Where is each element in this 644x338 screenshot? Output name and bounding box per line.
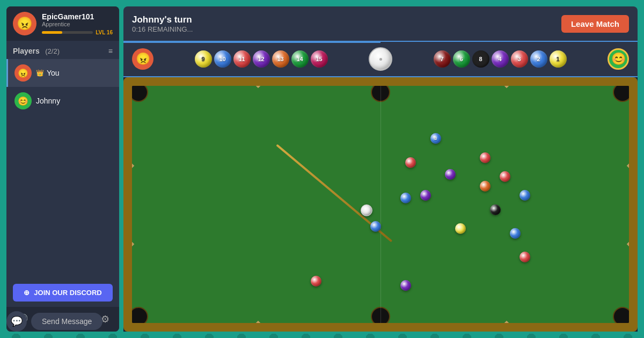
- tray-avatar-right: 😊: [608, 48, 629, 70]
- pocket-bottom-left: [129, 307, 148, 326]
- user-header: 😠 EpicGamer101 Apprentice LVL 16: [6, 6, 119, 41]
- felt: 8: [132, 86, 629, 323]
- send-message-area: 💬 Send Message: [6, 311, 103, 332]
- ball-11: 11: [233, 50, 251, 68]
- player-name-johnny: Johnny: [36, 97, 60, 105]
- user-rank: Apprentice: [42, 21, 113, 27]
- tray-balls-stripes: 9 10 11 12 13 14 15: [195, 50, 328, 68]
- turn-name: Johnny's turn: [132, 14, 193, 25]
- discord-icon: ⊕: [24, 289, 30, 297]
- game-content: 😠 9 10 11 12 13 14 15 7: [123, 41, 638, 332]
- table-ball-b4: [480, 152, 491, 163]
- filter-icon[interactable]: ≡: [108, 47, 113, 55]
- top-bar: Johnny's turn 0:16 REMAINING... Leave Ma…: [123, 6, 638, 41]
- ball-8: 8: [472, 50, 489, 68]
- player-item-you[interactable]: 😠 👑 You: [6, 59, 119, 87]
- ball-1: 1: [550, 50, 567, 68]
- table-ball-b13: [311, 276, 321, 286]
- players-section-header: Players (2/2) ≡: [6, 41, 119, 59]
- table-ball-b16: [519, 252, 530, 262]
- table-ball-b2: [405, 157, 416, 168]
- pocket-top-right: [613, 83, 632, 102]
- player-avatar-johnny: 😊: [14, 92, 32, 109]
- pocket-top-left: [129, 83, 148, 102]
- tray-avatar-left: 😠: [132, 48, 153, 70]
- table-ball-b7: [480, 181, 491, 192]
- ball-14: 14: [291, 50, 309, 68]
- user-info: EpicGamer101 Apprentice LVL 16: [42, 12, 113, 35]
- ball-9: 9: [195, 50, 212, 68]
- diamond-t1: [255, 84, 260, 88]
- cue-ball-dot: [379, 58, 382, 61]
- player-name-you: You: [47, 69, 60, 77]
- player-list: 😠 👑 You 😊 Johnny: [6, 59, 119, 278]
- ball-4: 4: [492, 50, 509, 68]
- level-label: LVL 16: [96, 30, 113, 35]
- discord-label: JOIN OUR DISCORD: [34, 289, 101, 297]
- crown-icon: 👑: [36, 69, 44, 77]
- pool-table[interactable]: 8: [123, 77, 638, 332]
- diamond-r2: [627, 241, 631, 246]
- xp-bar-bg: [42, 31, 93, 34]
- user-avatar: 😠: [13, 12, 36, 35]
- diamond-r1: [627, 164, 631, 168]
- send-message-button[interactable]: Send Message: [31, 313, 103, 330]
- diamond-l2: [130, 241, 134, 246]
- ball-6: 6: [453, 50, 470, 68]
- turn-info: Johnny's turn 0:16 REMAINING...: [132, 14, 193, 33]
- pocket-bottom-right: [613, 307, 632, 326]
- table-ball-b6: [420, 190, 431, 201]
- diamond-t2: [504, 84, 508, 88]
- table-ball-b14: [400, 280, 411, 291]
- turn-timer: 0:16 REMAINING...: [132, 25, 193, 33]
- player-avatar-you: 😠: [14, 64, 32, 82]
- username: EpicGamer101: [42, 12, 113, 21]
- table-ball-b1: 8: [430, 133, 441, 144]
- table-ball-b3: [445, 169, 456, 180]
- main-container: 😠 EpicGamer101 Apprentice LVL 16 Players…: [6, 6, 638, 332]
- ball-15: 15: [311, 50, 328, 68]
- diamond-b2: [504, 321, 508, 325]
- players-title: Players: [13, 47, 40, 55]
- table-ball-b11: [455, 223, 466, 234]
- cue-ball-tray: [369, 47, 392, 71]
- table-ball-b15: [510, 228, 521, 239]
- table-cue-ball: [361, 204, 372, 216]
- table-ball-b9: [519, 190, 530, 201]
- ball-tray: 😠 9 10 11 12 13 14 15 7: [123, 41, 638, 77]
- tray-balls-solids: 7 6 8 4 3 2 1: [434, 50, 567, 68]
- discord-button[interactable]: ⊕ JOIN OUR DISCORD: [13, 284, 113, 302]
- players-count: (2/2): [45, 47, 60, 55]
- ball-13: 13: [272, 50, 289, 68]
- player-item-johnny[interactable]: 😊 Johnny: [6, 87, 119, 115]
- chat-avatar-icon: 💬: [6, 311, 27, 332]
- ball-7: 7: [434, 50, 451, 68]
- ball-2: 2: [530, 50, 547, 68]
- sidebar: 😠 EpicGamer101 Apprentice LVL 16 Players…: [6, 6, 119, 332]
- leave-match-button[interactable]: Leave Match: [561, 15, 629, 33]
- diamond-l1: [130, 164, 134, 168]
- ball-3: 3: [511, 50, 528, 68]
- table-ball-b8: [500, 171, 510, 182]
- center-line: [380, 86, 381, 323]
- table-ball-b5: [400, 193, 411, 203]
- table-ball-b10: [490, 204, 501, 215]
- ball-10: 10: [214, 50, 231, 68]
- game-area: Johnny's turn 0:16 REMAINING... Leave Ma…: [123, 6, 638, 332]
- ball-12: 12: [253, 50, 270, 68]
- pool-table-wrapper: 8: [123, 77, 638, 332]
- xp-bar-container: LVL 16: [42, 30, 113, 35]
- xp-bar-fill: [42, 31, 62, 34]
- diamond-b1: [255, 321, 260, 325]
